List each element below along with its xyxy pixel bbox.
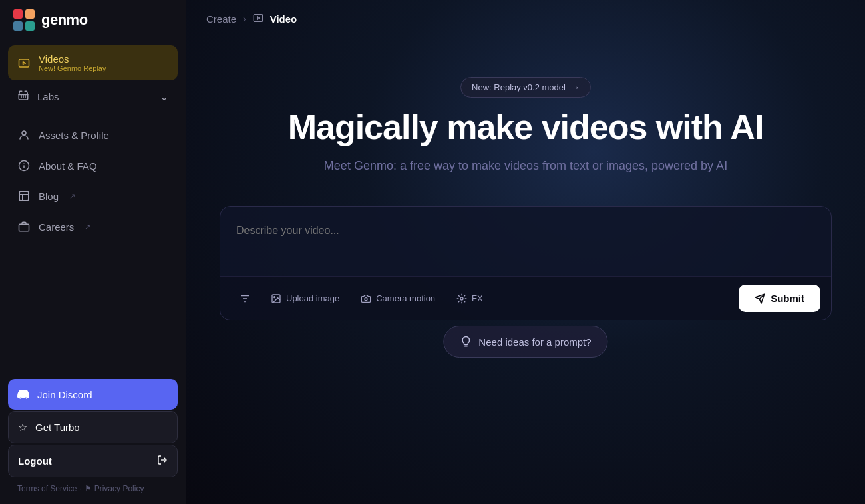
footer-icon: ⚑ <box>85 484 92 493</box>
info-icon <box>17 159 31 172</box>
logout-label: Logout <box>18 455 52 467</box>
ideas-icon <box>460 336 472 348</box>
sidebar-item-careers[interactable]: Careers ↗ <box>8 212 178 241</box>
privacy-link[interactable]: Privacy Policy <box>94 484 144 493</box>
upload-image-button[interactable]: Upload image <box>261 288 349 309</box>
fx-button[interactable]: FX <box>447 288 492 309</box>
sidebar: genmo Videos New! Genmo Replay <box>0 0 186 504</box>
sidebar-item-assets-profile[interactable]: Assets & Profile <box>8 120 178 150</box>
sidebar-item-videos[interactable]: Videos New! Genmo Replay <box>8 45 178 80</box>
svg-rect-2 <box>13 21 23 31</box>
svg-point-21 <box>460 297 463 300</box>
prompt-container: Upload image Camera motion FX <box>220 206 832 320</box>
fx-icon <box>456 293 467 304</box>
discord-icon <box>17 388 29 400</box>
svg-rect-14 <box>254 14 262 21</box>
join-discord-button[interactable]: Join Discord <box>8 379 178 410</box>
breadcrumb-video: Video <box>270 13 297 25</box>
svg-rect-0 <box>13 9 23 19</box>
logout-button[interactable]: Logout <box>8 445 178 477</box>
svg-rect-3 <box>25 21 35 31</box>
replay-badge[interactable]: New: Replay v0.2 model → <box>460 77 591 98</box>
sidebar-item-about-faq[interactable]: About & FAQ <box>8 151 178 180</box>
submit-button[interactable]: Submit <box>739 285 820 312</box>
ideas-label: Need ideas for a prompt? <box>478 336 591 348</box>
hero-subtitle: Meet Genmo: a free way to make videos fr… <box>324 157 727 175</box>
upload-image-label: Upload image <box>286 293 339 303</box>
replay-badge-text: New: Replay v0.2 model <box>472 82 566 92</box>
get-turbo-label: Get Turbo <box>35 422 80 433</box>
filter-button[interactable] <box>231 287 259 310</box>
upload-image-icon <box>271 293 281 304</box>
svg-rect-12 <box>19 224 29 231</box>
breadcrumb-separator: › <box>243 13 246 24</box>
svg-point-5 <box>22 131 26 135</box>
labs-label: Labs <box>37 91 59 102</box>
sidebar-divider-1 <box>16 116 170 116</box>
logout-arrow-icon <box>157 455 168 467</box>
join-discord-label: Join Discord <box>37 389 92 400</box>
labs-icon <box>17 90 29 104</box>
external-link-icon-careers: ↗ <box>85 223 90 231</box>
external-link-icon: ↗ <box>69 192 75 201</box>
fx-label: FX <box>472 293 483 303</box>
prompt-textarea[interactable] <box>220 207 831 273</box>
genmo-logo-icon <box>12 8 36 32</box>
hero-section: New: Replay v0.2 model → Magically make … <box>186 37 865 175</box>
turbo-icon: ☆ <box>18 421 27 434</box>
about-faq-label: About & FAQ <box>39 160 97 172</box>
camera-motion-button[interactable]: Camera motion <box>351 288 444 309</box>
svg-point-20 <box>365 297 367 300</box>
sidebar-item-blog[interactable]: Blog ↗ <box>8 182 178 211</box>
svg-point-19 <box>274 296 275 297</box>
videos-label: Videos <box>39 53 106 64</box>
get-turbo-button[interactable]: ☆ Get Turbo <box>8 411 178 443</box>
footer-links: Terms of Service · ⚑ Privacy Policy <box>8 479 178 496</box>
blog-icon <box>17 189 31 203</box>
logo-text: genmo <box>41 11 88 29</box>
topbar: Create › Video <box>186 0 865 37</box>
svg-rect-4 <box>19 59 29 67</box>
blog-label: Blog <box>39 191 59 202</box>
person-icon <box>17 128 31 142</box>
video-icon <box>17 57 31 70</box>
logo-area: genmo <box>0 0 186 40</box>
submit-icon <box>755 293 765 304</box>
svg-rect-1 <box>25 9 35 19</box>
hero-title: Magically make videos with AI <box>288 108 764 146</box>
careers-label: Careers <box>39 221 74 233</box>
main-content: Create › Video New: Replay v0.2 model → … <box>186 0 865 504</box>
camera-icon <box>361 293 371 304</box>
assets-profile-label: Assets & Profile <box>39 130 109 141</box>
prompt-toolbar: Upload image Camera motion FX <box>220 276 831 320</box>
camera-motion-label: Camera motion <box>376 293 435 303</box>
breadcrumb-video-icon <box>253 13 263 25</box>
replay-badge-arrow: → <box>571 82 580 92</box>
chevron-down-icon: ⌄ <box>160 90 168 103</box>
tos-link[interactable]: Terms of Service <box>17 484 77 493</box>
sidebar-item-labs[interactable]: Labs ⌄ <box>8 82 178 112</box>
breadcrumb-create[interactable]: Create <box>206 13 236 25</box>
videos-sublabel: New! Genmo Replay <box>39 64 106 72</box>
submit-label: Submit <box>771 293 804 304</box>
ideas-button[interactable]: Need ideas for a prompt? <box>443 326 607 358</box>
sidebar-nav: Videos New! Genmo Replay Labs ⌄ <box>0 40 186 374</box>
sidebar-bottom: Join Discord ☆ Get Turbo Logout Terms of… <box>0 374 186 504</box>
briefcase-icon <box>17 220 31 233</box>
svg-rect-9 <box>19 191 29 201</box>
